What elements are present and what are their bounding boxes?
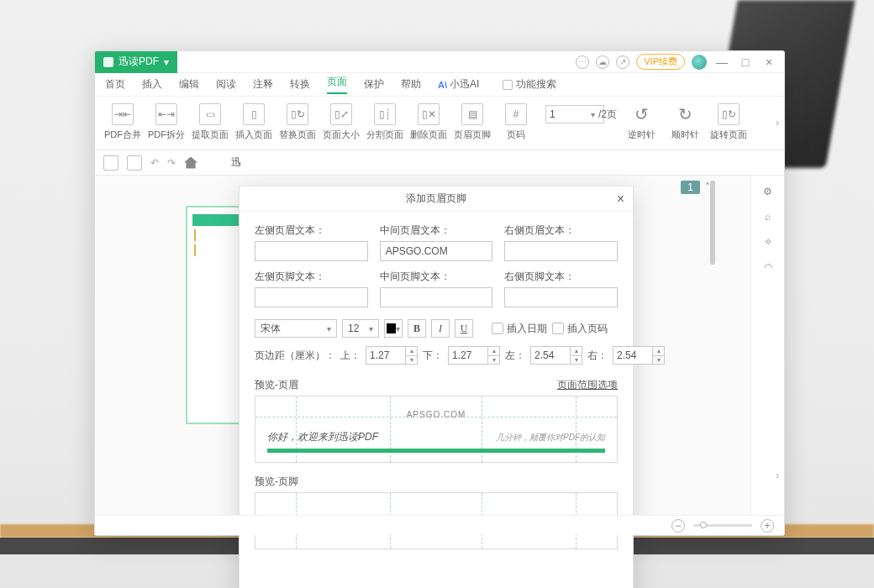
tab-help[interactable]: 帮助	[401, 77, 421, 92]
cloud-icon[interactable]: ☁	[596, 55, 609, 69]
ribbon-page-number[interactable]: #页码	[497, 103, 535, 141]
chevron-down-icon: ▾	[396, 324, 400, 333]
magic-icon[interactable]: ✧	[761, 234, 776, 249]
tab-edit[interactable]: 编辑	[179, 77, 199, 92]
dropdown-icon[interactable]: ▾	[591, 110, 595, 119]
tab-convert[interactable]: 转换	[290, 77, 310, 92]
doc-toolbar: ↶ ↷ 迅	[95, 150, 784, 176]
margin-left-input[interactable]	[530, 346, 571, 365]
margin-right-input[interactable]	[613, 346, 653, 365]
app-window: 迅读PDF ▾ ⋯ ☁ ↗ VIP续费 — □ × 首页 插入 编辑 阅读 注释…	[94, 50, 785, 536]
redo-icon[interactable]: ↷	[167, 157, 176, 169]
spinner-arrows[interactable]: ▴▾	[653, 346, 665, 365]
search-icon[interactable]: ⌕	[761, 209, 776, 224]
lasso-icon[interactable]: ◠	[761, 260, 776, 275]
ribbon-header-footer[interactable]: ▤页眉页脚	[453, 103, 492, 141]
margin-top-input[interactable]	[366, 346, 406, 365]
calendar-icon	[492, 323, 503, 334]
zoom-slider[interactable]	[693, 524, 752, 527]
zoom-out-button[interactable]: −	[671, 519, 685, 533]
page-number-box: ▾ /2页	[545, 103, 617, 125]
tab-home[interactable]: 首页	[105, 77, 125, 92]
ribbon-split[interactable]: ⇤⇥PDF拆分	[147, 103, 186, 141]
chevron-down-icon: ▾	[369, 324, 373, 333]
page-total: /2页	[598, 108, 617, 122]
vertical-scrollbar[interactable]	[708, 176, 717, 515]
preview-header-label: 预览-页眉	[255, 378, 298, 392]
left-footer-input[interactable]	[255, 287, 368, 307]
insert-pagenum-button[interactable]: 插入页码	[552, 322, 608, 336]
save-icon[interactable]	[127, 155, 142, 171]
mid-footer-input[interactable]	[380, 287, 493, 307]
color-picker[interactable]: ▾	[384, 319, 403, 338]
page-range-option[interactable]: 页面范围选项	[557, 378, 618, 392]
page-current-input[interactable]	[545, 105, 604, 123]
ai-button[interactable]: A\小迅AI	[438, 77, 479, 92]
fontsize-select[interactable]: 12▾	[342, 319, 379, 338]
share-icon[interactable]: ↗	[616, 55, 629, 69]
mid-header-input[interactable]	[380, 241, 493, 261]
tab-page[interactable]: 页面	[327, 75, 347, 94]
insert-date-button[interactable]: 插入日期	[492, 322, 547, 336]
doc-tab-name[interactable]: 迅	[231, 155, 241, 170]
tab-annotate[interactable]: 注释	[253, 77, 273, 92]
tab-insert[interactable]: 插入	[142, 77, 162, 92]
spinner-arrows[interactable]: ▴▾	[406, 346, 418, 365]
underline-button[interactable]: U	[455, 319, 473, 338]
right-footer-input[interactable]	[504, 287, 618, 307]
tab-read[interactable]: 阅读	[216, 77, 236, 92]
minimize-button[interactable]: —	[713, 55, 730, 69]
status-bar: − +	[95, 515, 784, 535]
mid-footer-label: 中间页脚文本：	[380, 270, 493, 284]
tab-protect[interactable]: 保护	[364, 77, 384, 92]
ribbon-rotate-cw[interactable]: ↻顺时针	[666, 103, 704, 141]
font-select[interactable]: 宋体▾	[255, 319, 337, 338]
preview-welcome: 你好，欢迎来到迅读PDF 几分钟，颠覆你对PDF的认知	[267, 430, 605, 444]
preview-green-bar	[267, 449, 605, 453]
ribbon-merge[interactable]: ⇥⇤PDF合并	[103, 103, 142, 141]
document-viewport: 1 ˄ 添加页眉页脚 × 左侧页眉文本： 中间页眉文本： 右侧页眉文本：	[95, 176, 750, 515]
spinner-arrows[interactable]: ▴▾	[571, 346, 582, 365]
titlebar: 迅读PDF ▾ ⋯ ☁ ↗ VIP续费 — □ ×	[95, 51, 784, 73]
ribbon: ⇥⇤PDF合并 ⇤⇥PDF拆分 ▭提取页面 ▯插入页面 ▯↻替换页面 ▯⤢页面大…	[95, 97, 784, 150]
maximize-button[interactable]: □	[737, 55, 754, 69]
italic-button[interactable]: I	[431, 319, 450, 338]
ribbon-page-size[interactable]: ▯⤢页面大小	[322, 103, 361, 141]
brand-tab[interactable]: 迅读PDF ▾	[95, 51, 177, 73]
right-header-input[interactable]	[504, 241, 618, 261]
ribbon-extract[interactable]: ▭提取页面	[191, 103, 229, 141]
page-icon	[552, 323, 564, 334]
undo-icon[interactable]: ↶	[150, 157, 159, 169]
vip-pill[interactable]: VIP续费	[636, 54, 685, 70]
spinner-arrows[interactable]: ▴▾	[488, 346, 500, 365]
bold-button[interactable]: B	[408, 319, 426, 338]
content-area: 1 ˄ 添加页眉页脚 × 左侧页眉文本： 中间页眉文本： 右侧页眉文本：	[95, 176, 784, 515]
dialog-close-button[interactable]: ×	[617, 192, 624, 207]
settings-icon[interactable]: ⚙	[761, 184, 776, 199]
zoom-knob[interactable]	[700, 522, 707, 528]
brand-dropdown-icon[interactable]: ▾	[164, 56, 169, 68]
open-icon[interactable]	[103, 155, 118, 171]
left-header-label: 左侧页眉文本：	[255, 223, 368, 238]
ribbon-rotate-page[interactable]: ▯↻旋转页面	[709, 103, 748, 141]
preview-header: APSGO.COM 你好，欢迎来到迅读PDF 几分钟，颠覆你对PDF的认知	[255, 396, 618, 463]
close-button[interactable]: ×	[761, 55, 777, 69]
ribbon-split-page[interactable]: ▯┊分割页面	[366, 103, 404, 141]
ribbon-more-icon[interactable]: ›	[776, 117, 779, 129]
ribbon-rotate-ccw[interactable]: ↺逆时针	[622, 103, 661, 141]
color-swatch	[387, 323, 396, 333]
ribbon-insert-page[interactable]: ▯插入页面	[234, 103, 273, 141]
home-icon[interactable]	[184, 157, 197, 169]
brand-name: 迅读PDF	[118, 55, 159, 69]
user-avatar[interactable]	[692, 55, 707, 70]
ribbon-delete-page[interactable]: ▯✕删除页面	[409, 103, 448, 141]
zoom-in-button[interactable]: +	[761, 519, 774, 533]
chat-icon[interactable]: ⋯	[576, 55, 589, 69]
ai-icon: A\	[438, 80, 447, 90]
sidebar-more-icon[interactable]: ›	[776, 470, 779, 481]
function-search[interactable]: 功能搜索	[503, 77, 556, 92]
ribbon-replace-page[interactable]: ▯↻替换页面	[278, 103, 317, 141]
margin-bottom-input[interactable]	[448, 346, 488, 365]
search-icon	[503, 80, 513, 90]
left-header-input[interactable]	[255, 241, 368, 261]
